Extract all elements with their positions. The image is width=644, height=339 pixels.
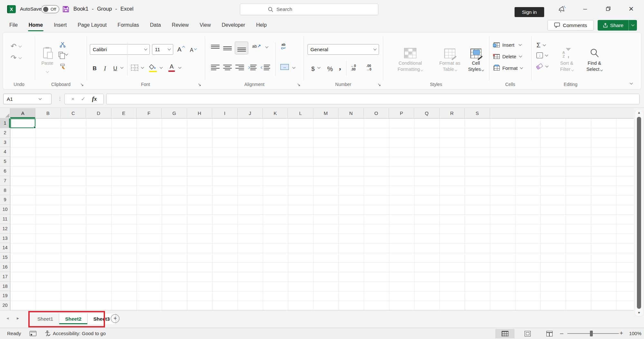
tab-insert[interactable]: Insert	[48, 18, 72, 32]
font-color-dropdown[interactable]	[179, 67, 181, 68]
row-header-18[interactable]: 18	[0, 282, 10, 291]
column-header-Q[interactable]: Q	[414, 108, 439, 118]
collapse-ribbon-button[interactable]	[630, 80, 632, 85]
delete-cells-button[interactable]: Delete	[494, 54, 522, 59]
share-button[interactable]: Share	[598, 20, 637, 31]
wrap-text-button[interactable]: ab c↵	[281, 43, 286, 50]
paste-button[interactable]: Paste	[38, 41, 57, 80]
font-color-button[interactable]: A	[168, 63, 175, 71]
tab-home[interactable]: Home	[23, 18, 48, 32]
sheet-tab-sheet2[interactable]: Sheet2	[59, 314, 88, 324]
macro-record-icon[interactable]	[30, 331, 36, 336]
row-header-9[interactable]: 9	[0, 195, 10, 205]
copy-button[interactable]	[59, 52, 68, 57]
name-box[interactable]	[3, 94, 52, 104]
zoom-level[interactable]: 100%	[626, 331, 641, 336]
fill-button[interactable]: ↓	[536, 52, 548, 58]
name-box-input[interactable]	[7, 96, 39, 102]
vertical-scrollbar-thumb[interactable]	[637, 117, 641, 309]
grid-cells[interactable]	[10, 118, 634, 310]
share-dropdown[interactable]	[629, 20, 637, 31]
number-dialog-launcher[interactable]: ↘	[377, 82, 381, 87]
tab-view[interactable]: View	[194, 18, 216, 32]
center-button[interactable]	[223, 65, 232, 70]
tab-file[interactable]: File	[4, 18, 23, 32]
sort-filter-button[interactable]: AZ Sort & Filter	[553, 41, 580, 80]
formula-bar-splitter[interactable]: ⋮	[57, 96, 62, 102]
column-header-H[interactable]: H	[187, 108, 212, 118]
minimize-button[interactable]: –	[578, 0, 592, 17]
row-header-2[interactable]: 2	[0, 128, 10, 138]
zoom-in-button[interactable]: +	[620, 330, 623, 337]
column-header-L[interactable]: L	[288, 108, 313, 118]
page-layout-view-button[interactable]	[525, 331, 531, 336]
sheet-nav-left-icon[interactable]: ◂	[6, 315, 9, 321]
enter-check-icon[interactable]: ✓	[81, 96, 85, 102]
fill-color-button[interactable]	[149, 64, 157, 71]
row-header-4[interactable]: 4	[0, 147, 10, 157]
tab-developer[interactable]: Developer	[216, 18, 251, 32]
number-format-select[interactable]: General	[308, 44, 379, 55]
decrease-indent-button[interactable]	[248, 65, 257, 70]
search-box[interactable]	[240, 4, 378, 15]
normal-view-button[interactable]	[502, 331, 508, 336]
restore-button[interactable]	[601, 0, 615, 17]
italic-button[interactable]: I	[101, 63, 109, 74]
row-header-5[interactable]: 5	[0, 157, 10, 166]
accounting-format-button[interactable]: $	[309, 63, 317, 74]
conditional-formatting-button[interactable]: Conditional Formatting	[386, 41, 434, 80]
tab-formulas[interactable]: Formulas	[112, 18, 145, 32]
bottom-align-button[interactable]	[235, 42, 248, 54]
percent-style-button[interactable]: %	[326, 63, 335, 74]
save-icon[interactable]	[62, 5, 70, 13]
autosum-button[interactable]: Σ	[536, 42, 545, 49]
clipboard-dialog-launcher[interactable]: ↘	[80, 82, 84, 87]
row-header-16[interactable]: 16	[0, 262, 10, 272]
bold-button[interactable]: B	[90, 63, 99, 74]
increase-decimal-button[interactable]: ←0.00	[351, 64, 356, 71]
row-header-17[interactable]: 17	[0, 272, 10, 282]
orientation-dropdown[interactable]	[266, 47, 268, 48]
column-header-R[interactable]: R	[440, 108, 465, 118]
merge-center-button[interactable]: ↔	[280, 64, 289, 70]
search-input[interactable]	[277, 6, 351, 12]
alignment-dialog-launcher[interactable]: ↘	[297, 82, 300, 87]
column-header-M[interactable]: M	[313, 108, 338, 118]
redo-button[interactable]: ↷	[11, 54, 21, 62]
row-header-15[interactable]: 15	[0, 253, 10, 262]
column-header-N[interactable]: N	[338, 108, 364, 118]
insert-function-icon[interactable]: fx	[92, 96, 97, 102]
tab-page-layout[interactable]: Page Layout	[72, 18, 112, 32]
column-header-S[interactable]: S	[465, 108, 490, 118]
row-header-10[interactable]: 10	[0, 205, 10, 214]
font-family-select[interactable]: Calibri	[90, 44, 150, 55]
row-header-13[interactable]: 13	[0, 234, 10, 243]
find-select-button[interactable]: Find & Select	[581, 41, 608, 80]
undo-button[interactable]: ↶	[11, 42, 21, 51]
zoom-out-button[interactable]: –	[560, 330, 564, 337]
clear-button[interactable]	[536, 65, 548, 68]
cell-styles-button[interactable]: Cell Styles	[465, 41, 487, 80]
fill-color-dropdown[interactable]	[160, 67, 162, 68]
zoom-slider-thumb[interactable]	[590, 331, 593, 336]
font-dialog-launcher[interactable]: ↘	[198, 82, 201, 87]
select-all-corner[interactable]	[0, 108, 10, 118]
column-header-E[interactable]: E	[111, 108, 137, 118]
decrease-font-size-button[interactable]: A	[188, 45, 198, 55]
column-header-F[interactable]: F	[137, 108, 162, 118]
row-header-11[interactable]: 11	[0, 214, 10, 224]
column-header-O[interactable]: O	[364, 108, 389, 118]
column-header-P[interactable]: P	[389, 108, 414, 118]
row-header-8[interactable]: 8	[0, 186, 10, 195]
page-break-view-button[interactable]	[546, 331, 553, 336]
fill-handle[interactable]	[33, 126, 36, 128]
row-header-3[interactable]: 3	[0, 138, 10, 147]
accounting-format-dropdown[interactable]	[318, 67, 320, 68]
column-header-G[interactable]: G	[162, 108, 187, 118]
top-align-button[interactable]	[211, 45, 220, 52]
row-header-7[interactable]: 7	[0, 176, 10, 186]
comma-style-button[interactable]: ,	[337, 61, 343, 72]
underline-button[interactable]: U	[111, 63, 119, 74]
format-cells-button[interactable]: Format	[494, 65, 523, 71]
scroll-up-icon[interactable]: ▴	[635, 109, 643, 116]
